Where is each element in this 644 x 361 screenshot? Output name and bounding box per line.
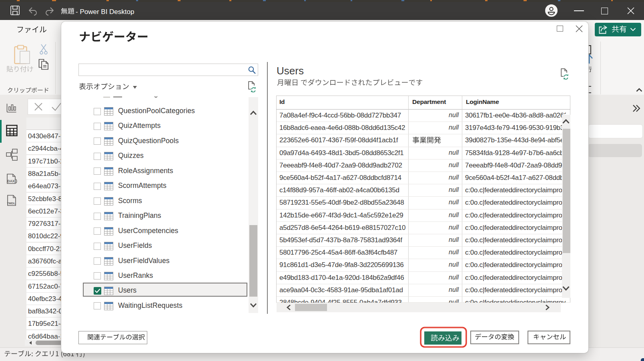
- svg-text:TMDL: TMDL: [7, 201, 16, 205]
- svg-text:DAX: DAX: [8, 179, 15, 183]
